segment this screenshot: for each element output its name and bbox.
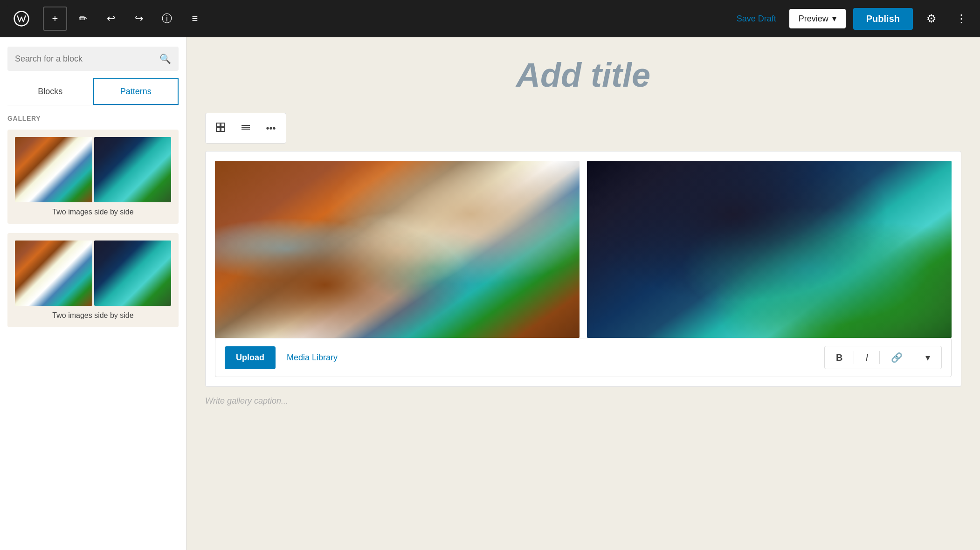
wp-logo[interactable] (7, 5, 35, 33)
upload-toolbar: Upload Media Library B I 🔗 ▾ (215, 338, 952, 377)
block-toolbar: ••• (205, 113, 286, 144)
tabs: Blocks Patterns (7, 78, 179, 105)
link-button[interactable]: 🔗 (887, 350, 906, 365)
undo-button[interactable]: ↩ (99, 7, 123, 31)
separator-3 (914, 351, 914, 364)
pen-icon: ✏ (79, 13, 87, 25)
preview-button[interactable]: Preview ▾ (789, 9, 846, 28)
list-icon: ≡ (192, 13, 198, 25)
redo-icon: ↪ (135, 13, 143, 25)
svg-rect-1 (221, 123, 225, 127)
layout-button[interactable] (234, 116, 258, 140)
svg-rect-2 (216, 128, 220, 131)
more-format-button[interactable]: ▾ (922, 350, 934, 365)
formatting-toolbar: B I 🔗 ▾ (824, 346, 942, 369)
publish-button[interactable]: Publish (853, 8, 913, 30)
main-layout: 🔍 Blocks Patterns GALLERY Two images sid… (0, 37, 980, 550)
gallery-image-2[interactable] (587, 161, 952, 338)
svg-rect-0 (216, 123, 220, 127)
ellipsis-icon: ••• (266, 123, 276, 134)
undo-icon: ↩ (107, 13, 115, 25)
tab-blocks[interactable]: Blocks (7, 78, 93, 105)
pattern-label-1: Two images side by side (15, 208, 171, 216)
sidebar: 🔍 Blocks Patterns GALLERY Two images sid… (0, 37, 186, 550)
gallery-images (215, 161, 952, 338)
gallery-image-1[interactable] (215, 161, 580, 338)
pattern-card-2[interactable]: Two images side by side (7, 233, 179, 327)
layout-icon (240, 122, 251, 135)
pattern-label-2: Two images side by side (15, 311, 171, 320)
gallery-icon (215, 122, 226, 135)
pattern-thumbnail-1a (15, 137, 92, 202)
bold-button[interactable]: B (832, 351, 846, 365)
separator-2 (879, 351, 880, 364)
chevron-down-icon: ▾ (832, 14, 836, 24)
pattern-thumbnail-2b (94, 241, 172, 306)
post-title[interactable]: Add title (205, 56, 961, 94)
search-box[interactable]: 🔍 (7, 47, 179, 71)
toolbar-right: Save Draft Preview ▾ Publish ⚙ ⋮ (731, 7, 973, 30)
redo-button[interactable]: ↪ (127, 7, 151, 31)
pattern-thumbnail-1b (94, 137, 172, 202)
info-button[interactable]: ⓘ (155, 7, 179, 31)
chevron-down-format-icon: ▾ (925, 352, 930, 363)
gallery-section: GALLERY Two images side by side Two imag… (0, 105, 186, 346)
tab-patterns[interactable]: Patterns (93, 78, 179, 105)
caption-area[interactable]: Write gallery caption... (205, 387, 961, 415)
edit-button[interactable]: ✏ (71, 7, 95, 31)
search-icon: 🔍 (159, 53, 171, 64)
plus-icon: + (52, 13, 58, 25)
info-icon: ⓘ (162, 12, 172, 26)
svg-rect-3 (221, 128, 225, 131)
top-toolbar: + ✏ ↩ ↪ ⓘ ≡ Save Draft Preview ▾ Publish… (0, 0, 980, 37)
pattern-thumbnail-2a (15, 241, 92, 306)
gallery-label: GALLERY (7, 115, 179, 122)
more-options-button[interactable]: ⋮ (950, 7, 973, 30)
gallery-view-button[interactable] (208, 116, 233, 140)
preview-label: Preview (799, 14, 828, 24)
more-options-block-button[interactable]: ••• (259, 116, 283, 140)
upload-button[interactable]: Upload (225, 346, 276, 369)
gallery-block: Upload Media Library B I 🔗 ▾ (205, 151, 961, 387)
search-input[interactable] (15, 54, 154, 64)
save-draft-button[interactable]: Save Draft (731, 10, 782, 28)
media-library-button[interactable]: Media Library (283, 349, 341, 366)
link-icon: 🔗 (891, 352, 903, 363)
gear-icon: ⚙ (926, 12, 937, 25)
editor-area: Add title (186, 37, 980, 550)
list-view-button[interactable]: ≡ (183, 7, 207, 31)
pattern-card-1[interactable]: Two images side by side (7, 130, 179, 224)
vertical-dots-icon: ⋮ (956, 12, 967, 25)
pattern-images-1 (15, 137, 171, 202)
add-block-button[interactable]: + (43, 7, 67, 31)
pattern-images-2 (15, 241, 171, 306)
settings-button[interactable]: ⚙ (920, 7, 943, 30)
separator-1 (854, 351, 854, 364)
italic-button[interactable]: I (862, 351, 872, 365)
